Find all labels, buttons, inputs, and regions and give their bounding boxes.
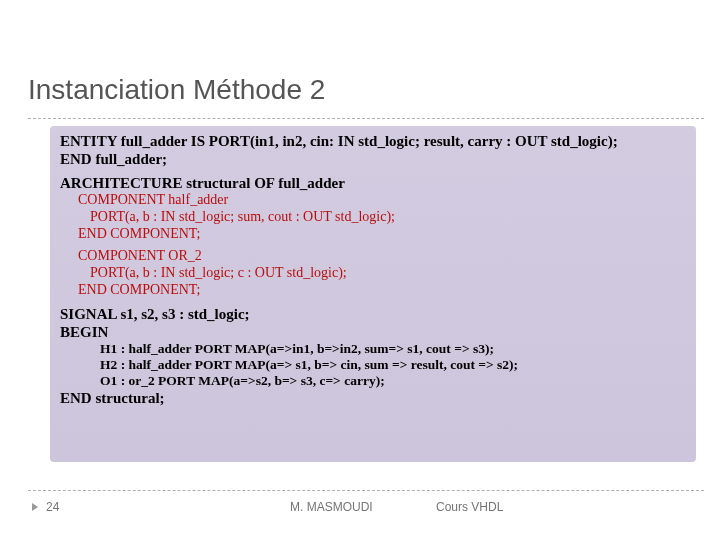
portmap-h2: H2 : half_adder PORT MAP(a=> s1, b=> cin… bbox=[60, 357, 688, 373]
component1-line-3: END COMPONENT; bbox=[60, 226, 688, 243]
slide-title: Instanciation Méthode 2 bbox=[28, 74, 325, 106]
footer-course: Cours VHDL bbox=[436, 500, 503, 514]
begin-line: BEGIN bbox=[60, 323, 688, 341]
chevron-right-icon bbox=[32, 503, 38, 511]
component2-line-3: END COMPONENT; bbox=[60, 282, 688, 299]
page-number: 24 bbox=[46, 500, 59, 514]
entity-line-1: ENTITY full_adder IS PORT(in1, in2, cin:… bbox=[60, 132, 688, 150]
divider-bottom bbox=[28, 490, 704, 491]
portmap-o1: O1 : or_2 PORT MAP(a=>s2, b=> s3, c=> ca… bbox=[60, 373, 688, 389]
component1-line-2: PORT(a, b : IN std_logic; sum, cout : OU… bbox=[60, 209, 688, 226]
slide: Instanciation Méthode 2 ENTITY full_adde… bbox=[0, 0, 720, 540]
entity-line-2: END full_adder; bbox=[60, 150, 688, 168]
footer-author: M. MASMOUDI bbox=[290, 500, 373, 514]
component1-line-1: COMPONENT half_adder bbox=[60, 192, 688, 209]
divider-top bbox=[28, 118, 704, 119]
code-box: ENTITY full_adder IS PORT(in1, in2, cin:… bbox=[50, 126, 696, 462]
signal-line: SIGNAL s1, s2, s3 : std_logic; bbox=[60, 305, 688, 323]
end-line: END structural; bbox=[60, 389, 688, 407]
architecture-line: ARCHITECTURE structural OF full_adder bbox=[60, 174, 688, 192]
component2-line-2: PORT(a, b : IN std_logic; c : OUT std_lo… bbox=[60, 265, 688, 282]
portmap-h1: H1 : half_adder PORT MAP(a=>in1, b=>in2,… bbox=[60, 341, 688, 357]
component2-line-1: COMPONENT OR_2 bbox=[60, 248, 688, 265]
footer: 24 M. MASMOUDI Cours VHDL bbox=[0, 498, 720, 528]
